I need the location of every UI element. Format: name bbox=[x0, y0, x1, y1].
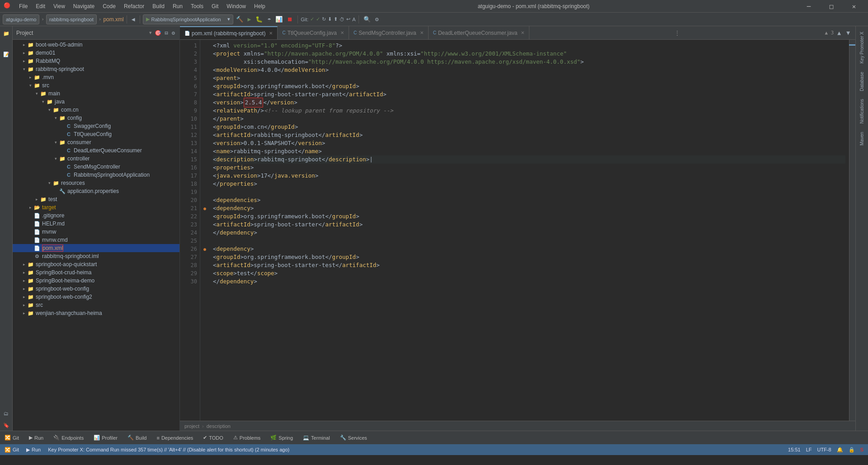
menu-file[interactable]: File bbox=[15, 2, 31, 10]
bottom-tab-services[interactable]: 🔧 Services bbox=[335, 432, 372, 443]
module-dropdown[interactable]: rabbitmq-springboot bbox=[46, 14, 97, 24]
tree-item-resources[interactable]: ▾📁resources bbox=[13, 179, 179, 187]
tab-sendmsg-close[interactable]: ✕ bbox=[420, 30, 424, 35]
tree-item-springboot-crud[interactable]: ▸📁SpringBoot-crud-heima bbox=[13, 268, 179, 277]
tree-item-boot-web[interactable]: ▸📁boot-web-05-admin bbox=[13, 41, 179, 49]
close-button[interactable]: ✕ bbox=[844, 0, 864, 13]
profile-button[interactable]: 📊 bbox=[274, 15, 284, 23]
tree-item-target[interactable]: ▸📂target bbox=[13, 203, 179, 211]
sidebar-settings-button[interactable]: ⚙ bbox=[171, 29, 176, 37]
tree-item-pomxml[interactable]: 📄pom.xml bbox=[13, 244, 179, 252]
code-editor[interactable]: <?xml version="1.0" encoding="UTF-8"?><p… bbox=[209, 40, 849, 421]
line-ending-indicator[interactable]: LF bbox=[806, 447, 812, 452]
commit-icon[interactable]: 📝 bbox=[1, 49, 12, 60]
menu-refactor[interactable]: Refactor bbox=[120, 2, 148, 10]
tab-sendmsg[interactable]: C SendMsgController.java ✕ bbox=[349, 26, 429, 40]
run-status-item[interactable]: ▶ Run bbox=[26, 447, 41, 453]
bottom-tab-terminal[interactable]: 💻 Terminal bbox=[298, 432, 335, 443]
tree-item-appprops[interactable]: 🔧application.properties bbox=[13, 187, 179, 195]
back-button[interactable]: ◀ bbox=[130, 15, 137, 23]
key-promoter-panel[interactable]: Key Promoter X bbox=[859, 28, 865, 67]
tree-item-com-cn[interactable]: ▾📁com.cn bbox=[13, 106, 179, 114]
menu-code[interactable]: Code bbox=[99, 2, 119, 10]
tree-item-src2[interactable]: ▸📁src bbox=[13, 301, 179, 309]
bottom-tab-run[interactable]: ▶ Run bbox=[24, 432, 48, 443]
menu-tools[interactable]: Tools bbox=[187, 2, 207, 10]
tab-deadletter[interactable]: C DeadLetterQueueConsumer.java ✕ bbox=[429, 26, 530, 40]
menu-git[interactable]: Git bbox=[208, 2, 222, 10]
notification-icon[interactable]: 🔔 bbox=[837, 447, 843, 453]
tree-item-mvnwcmd[interactable]: 📄mvnw.cmd bbox=[13, 236, 179, 244]
database-panel[interactable]: Database bbox=[859, 68, 865, 95]
menu-help[interactable]: Help bbox=[250, 2, 269, 10]
notifications-panel[interactable]: Notifications bbox=[859, 95, 865, 127]
maximize-button[interactable]: □ bbox=[821, 0, 842, 13]
tree-item-gitignore[interactable]: 📄.gitignore bbox=[13, 211, 179, 220]
menu-navigate[interactable]: Navigate bbox=[70, 2, 98, 10]
scroll-indicator[interactable] bbox=[849, 40, 855, 421]
tree-item-demo01[interactable]: ▸📁demo01 bbox=[13, 49, 179, 57]
bottom-tab-problems[interactable]: ⚠ Problems bbox=[229, 432, 265, 443]
tree-item-springboot-aop[interactable]: ▸📁springboot-aop-quickstart bbox=[13, 260, 179, 268]
tree-item-mvn[interactable]: ▸📁.mvn bbox=[13, 73, 179, 81]
locate-file-button[interactable]: 🎯 bbox=[154, 29, 162, 37]
tree-item-springboot-web-config2[interactable]: ▸📁springboot-web-config2 bbox=[13, 293, 179, 301]
tree-item-wenjian[interactable]: ▸📁wenjian-shangchuan-heima bbox=[13, 309, 179, 317]
tab-pom-close[interactable]: ✕ bbox=[269, 31, 273, 36]
menu-edit[interactable]: Edit bbox=[32, 2, 49, 10]
bookmarks-icon[interactable]: 🔖 bbox=[1, 420, 12, 431]
tree-item-springboot-heima-demo[interactable]: ▸📁SpringBoot-heima-demo bbox=[13, 277, 179, 285]
tree-item-springboot-web-config[interactable]: ▸📁springboot-web-config bbox=[13, 285, 179, 293]
settings-button[interactable]: ⚙ bbox=[373, 15, 381, 23]
git-push-icon[interactable]: ⬆ bbox=[334, 16, 338, 22]
tree-item-swaggerconfig[interactable]: CSwaggerConfig bbox=[13, 122, 179, 130]
git-fetch-icon[interactable]: ⬇ bbox=[328, 16, 332, 22]
bottom-tab-git[interactable]: 🔀 Git bbox=[0, 432, 24, 443]
run-button[interactable]: ▶ bbox=[246, 15, 253, 23]
bottom-tab-todo[interactable]: ✔ TODO bbox=[198, 432, 228, 443]
menu-window[interactable]: Window bbox=[223, 2, 250, 10]
minimize-button[interactable]: ─ bbox=[798, 0, 819, 13]
translate-icon[interactable]: A bbox=[352, 17, 355, 22]
search-everywhere-button[interactable]: 🔍 bbox=[362, 15, 373, 23]
tab-ttlqueue-close[interactable]: ✕ bbox=[340, 30, 344, 35]
project-icon[interactable]: 📁 bbox=[1, 28, 12, 39]
tab-ttlqueue[interactable]: C TtlQueueConfig.java ✕ bbox=[278, 26, 349, 40]
git-undo-icon[interactable]: ↩ bbox=[346, 16, 350, 22]
project-dropdown[interactable]: atguigu-demo bbox=[3, 14, 39, 24]
tree-item-helpmd[interactable]: 📄HELP.md bbox=[13, 220, 179, 228]
scroll-down-button[interactable]: ▼ bbox=[844, 28, 852, 37]
tree-item-test[interactable]: ▸📁test bbox=[13, 195, 179, 203]
collapse-all-button[interactable]: ⊟ bbox=[164, 29, 169, 37]
tree-item-rabbitmq[interactable]: ▸📁RabbitMQ bbox=[13, 57, 179, 65]
bottom-tab-dependencies[interactable]: ≡ Dependencies bbox=[152, 432, 198, 443]
tree-item-config[interactable]: ▾📁config bbox=[13, 114, 179, 122]
encoding-indicator[interactable]: UTF-8 bbox=[817, 447, 831, 452]
maven-panel[interactable]: Maven bbox=[859, 128, 865, 149]
structure-icon[interactable]: 🗂 bbox=[1, 408, 12, 419]
tree-item-java[interactable]: ▾📁java bbox=[13, 98, 179, 106]
tab-overflow-button[interactable]: ⋮ bbox=[671, 30, 684, 36]
menu-build[interactable]: Build bbox=[149, 2, 168, 10]
tree-item-springboot-iml[interactable]: ⚙rabbitmq-springboot.iml bbox=[13, 252, 179, 260]
tree-item-mvnw[interactable]: 📄mvnw bbox=[13, 228, 179, 236]
bottom-tab-profiler[interactable]: 📊 Profiler bbox=[89, 432, 122, 443]
menu-run[interactable]: Run bbox=[169, 2, 186, 10]
tree-item-sendmsg[interactable]: CSendMsgController bbox=[13, 163, 179, 171]
tab-pom[interactable]: 📄 pom.xml (rabbitmq-springboot) ✕ bbox=[180, 26, 278, 40]
stop-button[interactable]: ⏹ bbox=[285, 15, 295, 23]
tab-deadletter-close[interactable]: ✕ bbox=[521, 30, 524, 35]
bottom-tab-spring[interactable]: 🌿 Spring bbox=[266, 432, 297, 443]
git-refresh-icon[interactable]: ↻ bbox=[322, 16, 326, 22]
menu-view[interactable]: View bbox=[50, 2, 69, 10]
git-history-icon[interactable]: ⏱ bbox=[340, 17, 344, 22]
tree-item-controller[interactable]: ▾📁controller bbox=[13, 155, 179, 163]
tree-item-rabbitmqapp[interactable]: CRabbitmqSpringbootApplication bbox=[13, 171, 179, 179]
bottom-tab-build[interactable]: 🔨 Build bbox=[123, 432, 151, 443]
tree-item-main[interactable]: ▾📁main bbox=[13, 89, 179, 98]
run-config-dropdown[interactable]: ▶ RabbitmqSpringbootApplication ▾ bbox=[143, 14, 233, 24]
tree-item-src[interactable]: ▾📁src bbox=[13, 81, 179, 89]
coverage-button[interactable]: ☂ bbox=[265, 15, 273, 23]
debug-button[interactable]: 🐛 bbox=[254, 15, 264, 23]
bottom-tab-endpoints[interactable]: 🔌 Endpoints bbox=[49, 432, 88, 443]
